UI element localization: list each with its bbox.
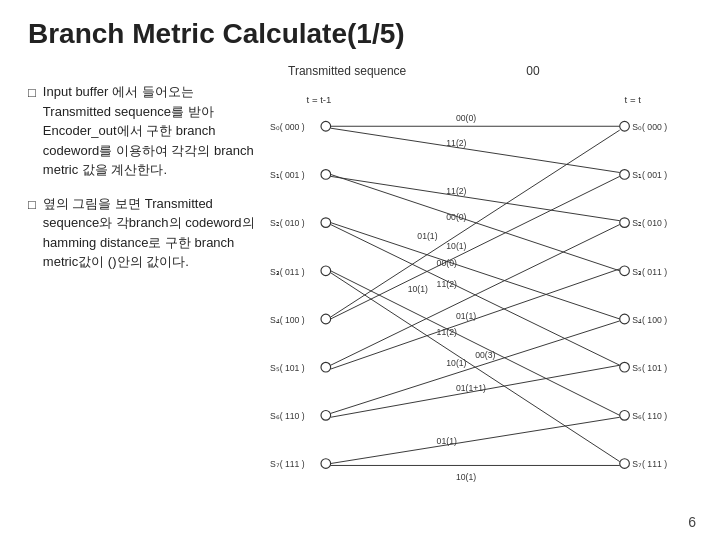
diagram-area: t = t-1 t = t S₀( 000 ) S₁( 001 ) S₂( 01…	[268, 82, 692, 506]
svg-text:S₀( 000 ): S₀( 000 )	[632, 122, 667, 132]
bullet-item-1: □ Input buffer 에서 들어오는 Transmitted seque…	[28, 82, 258, 180]
branch-metric-diagram: t = t-1 t = t S₀( 000 ) S₁( 001 ) S₂( 01…	[268, 82, 692, 502]
transmitted-value: 00	[526, 64, 539, 78]
page-title: Branch Metric Calculate(1/5)	[28, 18, 692, 50]
svg-text:00(3): 00(3)	[475, 350, 495, 360]
svg-point-28	[620, 362, 630, 372]
svg-text:11(2): 11(2)	[446, 138, 466, 148]
svg-line-38	[331, 176, 620, 220]
svg-text:S₄( 100 ): S₄( 100 )	[270, 315, 305, 325]
svg-point-30	[620, 411, 630, 421]
svg-point-8	[321, 266, 331, 276]
left-text: □ Input buffer 에서 들어오는 Transmitted seque…	[28, 82, 258, 506]
svg-text:10(1): 10(1)	[408, 284, 428, 294]
svg-point-20	[620, 170, 630, 180]
svg-text:S₅( 101 ): S₅( 101 )	[632, 363, 667, 373]
svg-point-12	[321, 362, 331, 372]
svg-line-52	[331, 176, 620, 319]
svg-point-4	[321, 170, 331, 180]
svg-text:10(1): 10(1)	[456, 472, 476, 482]
svg-line-46	[331, 271, 620, 416]
svg-point-32	[620, 459, 630, 469]
svg-text:00(0): 00(0)	[437, 258, 457, 268]
bullet-text-1: Input buffer 에서 들어오는 Transmitted sequenc…	[43, 82, 258, 180]
svg-point-24	[620, 266, 630, 276]
svg-text:S₆( 110 ): S₆( 110 )	[270, 411, 305, 421]
svg-text:S₃( 011 ): S₃( 011 )	[632, 267, 667, 277]
svg-text:S₇( 111 ): S₇( 111 )	[632, 459, 667, 469]
transmitted-label: Transmitted sequence	[288, 64, 406, 78]
svg-text:t = t: t = t	[625, 94, 642, 105]
bullet-item-2: □ 옆의 그림을 보면 Transmitted sequence와 각branc…	[28, 194, 258, 272]
svg-text:01(1+1): 01(1+1)	[456, 383, 486, 393]
svg-point-14	[321, 411, 331, 421]
svg-text:11(2): 11(2)	[437, 279, 457, 289]
svg-text:S₀( 000 ): S₀( 000 )	[270, 122, 305, 132]
svg-text:10(1): 10(1)	[446, 358, 466, 368]
svg-text:S₅( 101 ): S₅( 101 )	[270, 363, 305, 373]
svg-text:S₃( 011 ): S₃( 011 )	[270, 267, 305, 277]
svg-text:S₂( 010 ): S₂( 010 )	[270, 218, 305, 228]
svg-text:00(0): 00(0)	[456, 113, 476, 123]
svg-line-50	[331, 130, 620, 317]
svg-point-22	[620, 218, 630, 228]
svg-text:S₂( 010 ): S₂( 010 )	[632, 218, 667, 228]
svg-text:01(1): 01(1)	[437, 436, 457, 446]
svg-text:S₆( 110 ): S₆( 110 )	[632, 411, 667, 421]
svg-text:00(0): 00(0)	[446, 212, 466, 222]
svg-text:S₇( 111 ): S₇( 111 )	[270, 459, 305, 469]
svg-point-6	[321, 218, 331, 228]
svg-text:10(1): 10(1)	[446, 241, 466, 251]
svg-text:01(1): 01(1)	[456, 311, 476, 321]
svg-line-62	[331, 417, 620, 463]
svg-line-58	[331, 321, 620, 414]
bullet-marker-2: □	[28, 195, 36, 215]
svg-text:S₄( 100 ): S₄( 100 )	[632, 315, 667, 325]
svg-line-40	[331, 174, 620, 270]
svg-point-16	[321, 459, 331, 469]
svg-text:t = t-1: t = t-1	[307, 94, 332, 105]
svg-text:11(2): 11(2)	[446, 186, 466, 196]
svg-point-26	[620, 314, 630, 324]
svg-line-42	[331, 223, 620, 319]
svg-point-10	[321, 314, 331, 324]
content-area: □ Input buffer 에서 들어오는 Transmitted seque…	[28, 82, 692, 506]
bullet-text-2: 옆의 그림을 보면 Transmitted sequence와 각branch의…	[43, 194, 258, 272]
svg-line-36	[331, 128, 620, 172]
svg-text:S₁( 001 ): S₁( 001 )	[632, 170, 667, 180]
svg-text:01(1): 01(1)	[417, 231, 437, 241]
page-number: 6	[688, 514, 696, 530]
svg-point-2	[321, 121, 331, 131]
page: Branch Metric Calculate(1/5) Transmitted…	[0, 0, 720, 540]
bullet-marker-1: □	[28, 83, 36, 103]
svg-text:S₁( 001 ): S₁( 001 )	[270, 170, 305, 180]
svg-point-18	[620, 121, 630, 131]
